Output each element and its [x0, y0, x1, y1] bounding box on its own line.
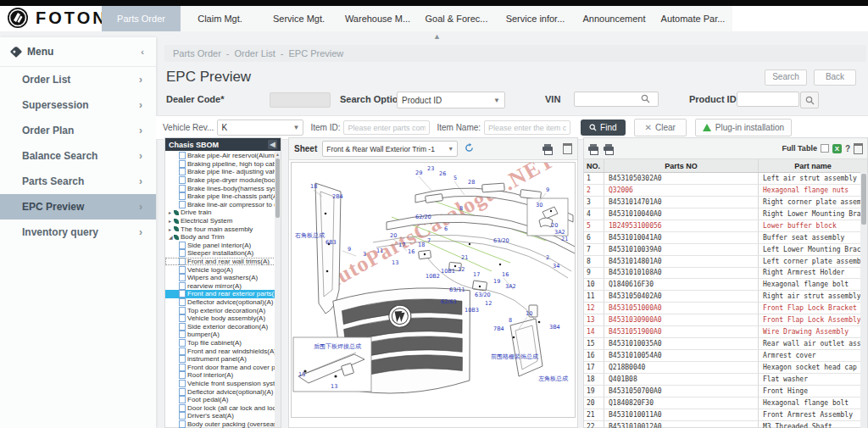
callout-number[interactable]: 26 — [439, 170, 446, 177]
tree-node[interactable]: Roof interior(A) — [165, 371, 281, 380]
callout-number[interactable]: 21 — [461, 254, 468, 261]
table-row[interactable]: 10Q1840616F30Hexagonal flange bolt — [584, 279, 867, 291]
callout-number[interactable]: 18 — [418, 242, 425, 248]
callout-number[interactable]: 21 — [561, 236, 568, 242]
callout-number[interactable]: 20 — [551, 222, 558, 229]
callout-number[interactable]: 2B4 — [332, 193, 343, 200]
breadcrumb-item[interactable]: Parts Order — [173, 48, 221, 58]
callout-number[interactable]: 6B3 — [326, 239, 337, 246]
plugin-install-button[interactable]: Plug-in installation — [695, 119, 792, 136]
table-row[interactable]: 18Q401B08Flat washer — [584, 374, 867, 386]
print-icon[interactable] — [588, 144, 599, 153]
table-row[interactable]: 11B4531050402A0Right air strut assembly — [584, 291, 867, 303]
tree-node[interactable]: Brake pipe line- adjusting valv — [165, 168, 281, 176]
tree-node[interactable]: Brake pipe line-chassis part(A — [165, 192, 281, 201]
sidebar-collapse-icon[interactable]: ‹ — [141, 47, 144, 57]
col-part-name[interactable]: Part name — [759, 159, 867, 172]
tree-node[interactable]: instrument panel(A) — [165, 355, 281, 364]
callout-number[interactable]: 16 — [502, 271, 509, 278]
find-button[interactable]: Find — [581, 120, 625, 136]
callout-number[interactable]: 13 — [331, 383, 337, 390]
full-table-checkbox[interactable] — [821, 144, 829, 153]
callout-number[interactable]: 12 — [485, 300, 492, 307]
tree-node[interactable]: Deflector advice(optional)(A) — [165, 387, 281, 396]
table-row[interactable]: 21B4531010011A0Front Armrest Assembly — [584, 409, 867, 421]
tree-node[interactable]: Wipers and washers(A) — [165, 274, 281, 282]
sidebar-item-epc-preview[interactable]: EPC Preview› — [0, 194, 156, 220]
back-button[interactable]: Back — [814, 69, 856, 86]
callout-number[interactable]: 63/20 — [475, 292, 491, 298]
callout-number[interactable]: 3A2 — [554, 229, 565, 236]
table-row[interactable]: 2Q32006Hexagonal flange nuts — [584, 185, 867, 197]
open-in-window-icon[interactable] — [563, 143, 572, 154]
table-row[interactable]: 7B4531010039A0Left Lower Mounting Bracke… — [584, 244, 867, 256]
callout-number[interactable]: 7B4 — [493, 325, 504, 332]
sidebar-item-supersession[interactable]: Supersession› — [0, 92, 156, 118]
tree-node[interactable]: Door lock (all car lock and lock — [165, 403, 281, 412]
table-row[interactable]: 12B4531051000A0Front Flap Lock Bracket — [584, 303, 867, 314]
callout-number[interactable]: 17 — [473, 271, 480, 278]
table-row[interactable]: 4B4531010040A0Right Lower Mounting Brack… — [584, 208, 867, 220]
sidebar-item-balance-search[interactable]: Balance Search› — [0, 143, 156, 169]
search-button[interactable]: Search — [765, 69, 807, 86]
top-tab-warehouse-m[interactable]: Warehouse M... — [338, 6, 417, 31]
callout-number[interactable]: 28 — [468, 179, 475, 186]
dealer-code-field[interactable] — [270, 92, 331, 108]
tree-node[interactable]: Side exterior decoration(A) — [165, 322, 281, 331]
tree-node[interactable]: ▸Drive train — [165, 208, 281, 217]
table-row[interactable]: 16B4531010054A0Armrest cover — [584, 350, 867, 362]
tree-node[interactable]: Front door frame and cover pl — [165, 363, 281, 371]
callout-number[interactable]: 11 — [376, 247, 383, 254]
tree-node[interactable]: Sleeper installation(A) — [165, 249, 281, 258]
callout-number[interactable]: 3A2 — [505, 283, 516, 290]
top-tab-automate-par[interactable]: Automate Par... — [654, 6, 732, 31]
sidebar-item-parts-search[interactable]: Parts Search› — [0, 169, 156, 194]
tree-node[interactable]: Front and rear windshields(A) — [165, 347, 281, 355]
tree-scrollbar[interactable]: ▲ — [275, 151, 281, 427]
table-row[interactable]: 14B4531051900A0Wire Drawing Assembly — [584, 326, 867, 338]
top-tab-announcement[interactable]: Announcement — [575, 6, 654, 31]
callout-number[interactable]: 17 — [398, 242, 405, 248]
vehicle-rev-select[interactable]: K ▼ — [217, 120, 303, 136]
product-id-field[interactable] — [737, 92, 799, 107]
table-row[interactable]: 3B4531014701A0Right corner plate assembl… — [584, 197, 867, 208]
table-scrollbar[interactable] — [860, 172, 867, 428]
callout-number[interactable]: 13 — [392, 259, 398, 266]
callout-number[interactable]: 3 — [363, 251, 366, 258]
menu-header[interactable]: Menu ‹ — [0, 37, 156, 67]
tree-node[interactable]: Brake pipe-dryer module(boos — [165, 176, 281, 185]
tree-node[interactable]: Brake pipe-Air reservoi(Alumin — [165, 152, 281, 160]
maximize-table-icon[interactable] — [854, 143, 863, 154]
print-preview-icon[interactable] — [542, 144, 554, 153]
callout-number[interactable]: 8 — [509, 317, 512, 324]
tree-node[interactable]: Front and rear exterior parts( — [165, 290, 281, 298]
callout-number[interactable]: 7 — [427, 237, 431, 244]
top-tab-goal-forec[interactable]: Goal & Forec... — [417, 6, 496, 31]
callout-number[interactable]: 23 — [427, 165, 434, 172]
table-row[interactable]: 51B24953100056Lower buffer block — [584, 220, 867, 232]
tree-node[interactable]: ▸The four main assembly — [165, 225, 281, 233]
callout-number[interactable]: 6 — [444, 225, 448, 232]
callout-number[interactable]: 62/63 — [441, 298, 457, 305]
tree-node[interactable]: ◢Body and Trim — [165, 233, 281, 242]
tree-node[interactable]: Vehicle front suspension syste — [165, 380, 281, 388]
top-tab-claim-mgt[interactable]: Claim Mgt. — [181, 6, 259, 31]
vin-search-icon[interactable] — [641, 94, 650, 105]
callout-number[interactable]: 9 — [546, 186, 549, 193]
tree-node[interactable]: Braking pipeline, high top cab — [165, 160, 281, 169]
sheet-select[interactable]: Front & Rear Wall Exterior Trim -1 ▼ — [322, 141, 458, 157]
breadcrumb-item[interactable]: Order List — [235, 48, 275, 58]
breadcrumb-item[interactable]: EPC Preview — [289, 48, 344, 58]
callout-number[interactable]: 9 — [348, 246, 351, 253]
tree-node[interactable]: Foot pedal(A) — [165, 396, 281, 404]
tree-node[interactable]: Side panel interior(A) — [165, 242, 281, 250]
tree-node[interactable]: Vehicle body assembly(A) — [165, 314, 281, 323]
tree-scrollbar-thumb[interactable] — [275, 158, 280, 218]
table-row[interactable]: 15B4531010035A0Rear wall air outlet asse… — [584, 338, 867, 350]
sidebar-item-order-list[interactable]: Order List› — [0, 67, 156, 92]
tree-node[interactable]: Top exterior decoration(A) — [165, 306, 281, 314]
item-name-input[interactable] — [484, 120, 570, 135]
callout-number[interactable]: 34 — [553, 263, 559, 270]
help-icon[interactable]: ? — [845, 144, 850, 153]
tree-node[interactable]: Brake lines-body(harness syst — [165, 184, 281, 192]
